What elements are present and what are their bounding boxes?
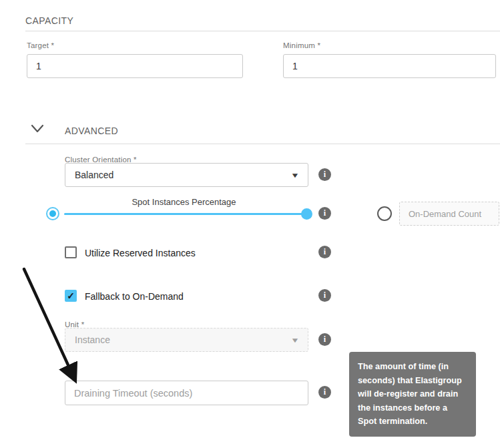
- on-demand-count-input: [399, 202, 499, 226]
- advanced-divider: [25, 144, 500, 144]
- radio-dot: [49, 210, 56, 217]
- on-demand-count-radio[interactable]: [377, 206, 392, 221]
- unit-select: Instance ▼: [65, 328, 308, 352]
- target-label: Target *: [27, 41, 54, 49]
- capacity-divider: [25, 31, 500, 31]
- spot-percentage-info-icon[interactable]: i: [318, 207, 331, 220]
- fallback-on-demand-info-icon[interactable]: i: [318, 289, 331, 302]
- utilize-reserved-instances-label[interactable]: Utilize Reserved Instances: [85, 248, 196, 258]
- draining-timeout-tooltip: The amount of time (in seconds) that Ela…: [349, 352, 476, 437]
- draining-timeout-info-icon[interactable]: i: [318, 386, 331, 399]
- unit-info-icon[interactable]: i: [318, 333, 331, 346]
- caret-down-icon: ▼: [290, 337, 300, 344]
- spot-percentage-radio[interactable]: [46, 207, 59, 220]
- minimum-input[interactable]: [283, 54, 496, 78]
- caret-down-icon: ▼: [290, 172, 300, 179]
- utilize-reserved-instances-checkbox[interactable]: [65, 246, 77, 258]
- cluster-orientation-select[interactable]: Balanced ▼: [65, 163, 308, 187]
- cluster-orientation-value: Balanced: [75, 170, 113, 180]
- unit-value: Instance: [75, 334, 110, 345]
- chevron-down-icon[interactable]: [31, 124, 44, 134]
- spot-percentage-slider-track[interactable]: [64, 213, 304, 215]
- fallback-on-demand-label[interactable]: Fallback to On-Demand: [85, 291, 184, 302]
- advanced-section-title[interactable]: ADVANCED: [65, 126, 118, 136]
- draining-timeout-input[interactable]: [65, 381, 308, 405]
- utilize-reserved-instances-info-icon[interactable]: i: [318, 246, 331, 258]
- cluster-orientation-info-icon[interactable]: i: [318, 168, 331, 181]
- checkmark-icon: ✓: [67, 291, 75, 300]
- target-input[interactable]: [27, 54, 243, 78]
- minimum-label: Minimum *: [283, 41, 320, 49]
- spot-percentage-slider-thumb[interactable]: [301, 208, 312, 220]
- capacity-form: CAPACITY Target * Minimum * ADVANCED Clu…: [0, 0, 500, 448]
- spot-percentage-label: Spot Instances Percentage: [62, 197, 306, 207]
- capacity-section-title: CAPACITY: [25, 15, 73, 26]
- fallback-on-demand-checkbox[interactable]: ✓: [65, 290, 77, 302]
